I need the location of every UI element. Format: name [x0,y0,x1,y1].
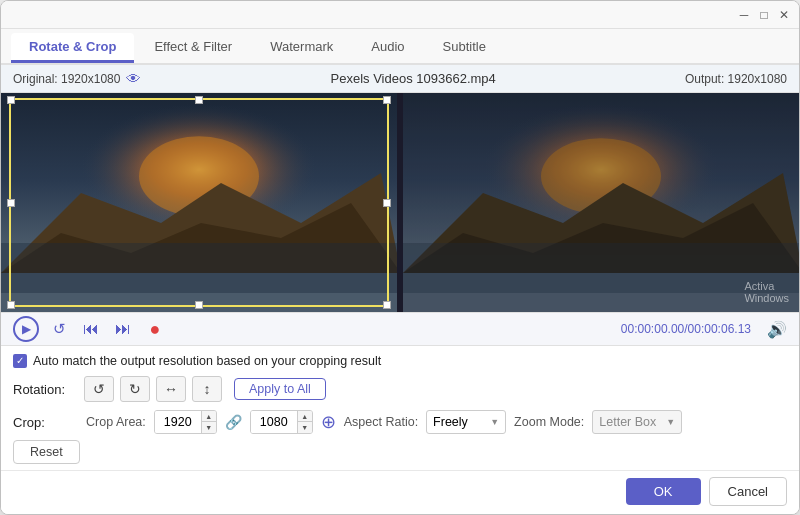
auto-match-row: Auto match the output resolution based o… [13,354,787,368]
maximize-button[interactable]: □ [757,8,771,22]
original-label: Original: 1920x1080 [13,72,120,86]
crop-area-label: Crop Area: [86,415,146,429]
crop-row: Crop: Crop Area: 1920 ▲ ▼ 🔗 1080 ▲ ▼ ⊕ A… [13,410,787,434]
close-button[interactable]: ✕ [777,8,791,22]
loop-button[interactable]: ↺ [47,317,71,341]
reset-button[interactable]: Reset [13,440,80,464]
crop-label: Crop: [13,415,78,430]
tab-subtitle[interactable]: Subtitle [425,33,504,63]
left-video-scene [1,93,397,312]
crop-height-spinners: ▲ ▼ [297,411,312,433]
main-window: ─ □ ✕ Rotate & Crop Effect & Filter Wate… [0,0,800,515]
eye-icon[interactable]: 👁 [126,70,141,87]
left-video-thumb [1,93,397,312]
flip-vertical-button[interactable]: ↕ [192,376,222,402]
tab-rotate-crop[interactable]: Rotate & Crop [11,33,134,63]
ok-button[interactable]: OK [626,478,701,505]
rotation-row: Rotation: ↺ ↻ ↔ ↕ Apply to All [13,376,787,402]
output-label: Output: 1920x1080 [685,72,787,86]
filename-label: Pexels Videos 1093662.mp4 [331,71,496,86]
zoom-mode-select[interactable]: Letter Box ▼ [592,410,682,434]
info-bar: Original: 1920x1080 👁 Pexels Videos 1093… [1,65,799,93]
crop-height-up[interactable]: ▲ [298,411,312,422]
time-display: 00:00:00.00/00:00:06.13 [621,322,751,336]
crop-width-input[interactable]: 1920 [155,411,201,433]
record-dot: ● [143,317,167,341]
tab-watermark[interactable]: Watermark [252,33,351,63]
bottom-actions: OK Cancel [1,470,799,514]
right-video-thumb [403,93,799,312]
aspect-ratio-select[interactable]: Freely ▼ [426,410,506,434]
time-total: 00:00:06.13 [688,322,751,336]
tabs-bar: Rotate & Crop Effect & Filter Watermark … [1,29,799,65]
controls-bar: ▶ ↺ ⏮ ⏭ ● 00:00:00.00/00:00:06.13 🔊 [1,312,799,346]
crop-center-button[interactable]: ⊕ [321,411,336,433]
crop-width-down[interactable]: ▼ [202,422,216,433]
auto-match-label: Auto match the output resolution based o… [33,354,381,368]
svg-rect-11 [403,243,799,293]
apply-all-button[interactable]: Apply to All [234,378,326,400]
play-button[interactable]: ▶ [13,316,39,342]
crop-height-input[interactable]: 1080 [251,411,297,433]
svg-rect-5 [1,243,397,293]
preview-area: ActivaWindows [1,93,799,312]
prev-frame-button[interactable]: ⏮ [79,317,103,341]
crop-height-down[interactable]: ▼ [298,422,312,433]
zoom-mode-value: Letter Box [599,415,656,429]
aspect-ratio-arrow: ▼ [490,417,499,427]
crop-width-input-wrap: 1920 ▲ ▼ [154,410,217,434]
link-icon: 🔗 [225,414,242,430]
crop-height-input-wrap: 1080 ▲ ▼ [250,410,313,434]
aspect-ratio-label: Aspect Ratio: [344,415,418,429]
cancel-button[interactable]: Cancel [709,477,787,506]
aspect-ratio-value: Freely [433,415,468,429]
bottom-panel: Auto match the output resolution based o… [1,346,799,470]
tab-audio[interactable]: Audio [353,33,422,63]
right-video-scene [403,93,799,312]
preview-right: ActivaWindows [403,93,799,312]
crop-width-up[interactable]: ▲ [202,411,216,422]
time-current: 00:00:00.00 [621,322,684,336]
crop-width-spinners: ▲ ▼ [201,411,216,433]
title-bar: ─ □ ✕ [1,1,799,29]
minimize-button[interactable]: ─ [737,8,751,22]
tab-effect-filter[interactable]: Effect & Filter [136,33,250,63]
preview-left [1,93,397,312]
auto-match-checkbox[interactable] [13,354,27,368]
zoom-mode-arrow: ▼ [666,417,675,427]
flip-horizontal-button[interactable]: ↔ [156,376,186,402]
zoom-mode-label: Zoom Mode: [514,415,584,429]
rotate-right-button[interactable]: ↻ [120,376,150,402]
info-left: Original: 1920x1080 👁 [13,70,141,87]
rotation-label: Rotation: [13,382,78,397]
volume-icon[interactable]: 🔊 [767,320,787,339]
rotate-left-button[interactable]: ↺ [84,376,114,402]
next-frame-button[interactable]: ⏭ [111,317,135,341]
